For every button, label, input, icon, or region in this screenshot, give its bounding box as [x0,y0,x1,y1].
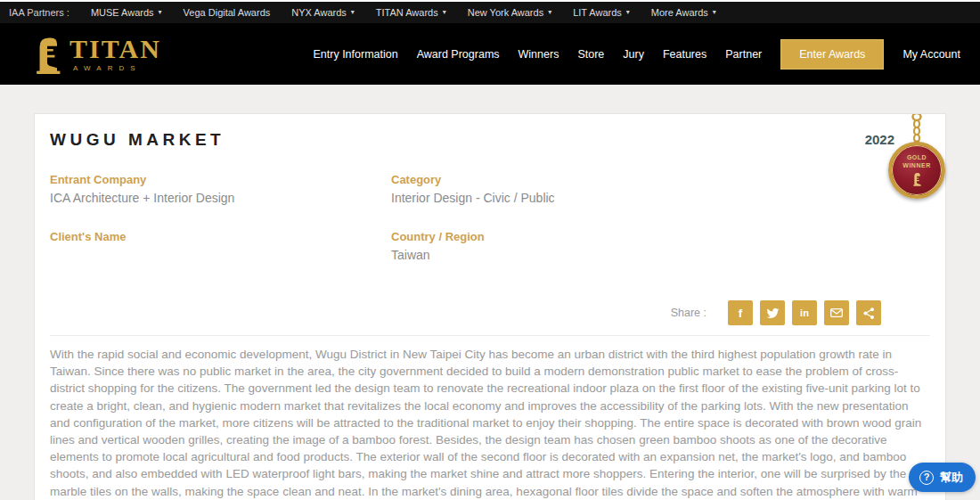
partner-menu-label: New York Awards [468,7,543,18]
field-value: Taiwan [391,248,930,263]
titan-awards-logo[interactable]: TITAN AWARDS [32,35,161,74]
nav-store[interactable]: Store [577,48,604,61]
help-label: 幫助 [940,470,963,486]
partner-menu-muse-awards[interactable]: MUSE Awards ▾ [91,7,162,18]
main-header: TITAN AWARDS Entry Information Award Pro… [0,23,980,85]
nav-features[interactable]: Features [663,48,706,61]
facebook-share-button[interactable]: f [728,300,753,325]
nav-my-account[interactable]: My Account [902,48,960,61]
partner-menu-label: Vega Digital Awards [184,7,271,18]
twitter-share-button[interactable] [760,300,785,325]
partner-menu-more-awards[interactable]: More Awards ▾ [651,7,716,18]
partner-menu-titan-awards[interactable]: TITAN Awards ▾ [376,7,446,18]
share-label: Share : [671,307,706,319]
field-entrant-company: Entrant Company ICA Architecture + Inter… [50,173,391,206]
field-value [50,248,391,263]
nav-jury[interactable]: Jury [623,48,644,61]
partner-menu-vega-digital-awards[interactable]: Vega Digital Awards [184,7,271,18]
field-value: Interior Design - Civic / Public [391,191,930,206]
nav-winners[interactable]: Winners [519,48,559,61]
help-button[interactable]: ? 幫助 [909,463,976,492]
field-country-region: Country / Region Taiwan [391,230,930,263]
chevron-down-icon: ▾ [626,9,630,16]
enter-awards-button[interactable]: Enter Awards [780,39,884,70]
titan-statue-icon [32,35,62,74]
facebook-icon: f [739,307,742,320]
field-category: Category Interior Design - Civic / Publi… [391,173,930,206]
email-icon [829,306,844,320]
chevron-down-icon: ▾ [351,9,355,16]
question-mark-icon: ? [919,471,934,485]
field-label: Entrant Company [50,173,391,186]
field-label: Category [391,173,930,186]
linkedin-share-button[interactable]: in [792,300,817,325]
partner-bar-label: IAA Partners : [9,7,69,18]
chevron-down-icon: ▾ [443,9,446,16]
entry-description: With the rapid social and economic devel… [50,346,930,500]
chevron-down-icon: ▾ [713,9,716,16]
nav-award-programs[interactable]: Award Programs [417,48,500,61]
chevron-down-icon: ▾ [548,9,551,16]
logo-title: TITAN [69,36,161,62]
partner-menu-lit-awards[interactable]: LIT Awards ▾ [573,7,630,18]
entry-fields: Entrant Company ICA Architecture + Inter… [50,173,930,263]
chevron-down-icon: ▾ [159,9,162,16]
main-nav: Entry Information Award Programs Winners… [314,39,961,70]
field-label: Country / Region [391,230,930,243]
logo-subtitle: AWARDS [73,65,161,72]
page-title: WUGU MARKET [50,130,930,150]
partner-menu-label: More Awards [651,7,708,18]
entry-card: WUGU MARKET 2022 GOLD WINNER Entrant Com… [34,113,946,500]
twitter-icon [766,307,780,320]
field-label: Client's Name [50,230,391,243]
medal-text: GOLD WINNER [902,154,930,170]
field-clients-name: Client's Name [50,230,391,263]
partner-bar: IAA Partners : MUSE Awards ▾ Vega Digita… [0,0,980,23]
partner-menu-label: TITAN Awards [376,7,438,18]
nav-entry-information[interactable]: Entry Information [314,48,398,61]
partner-menu-new-york-awards[interactable]: New York Awards ▾ [468,7,551,18]
gold-winner-medal: GOLD WINNER [886,114,948,217]
nav-partner[interactable]: Partner [725,48,762,61]
partner-menu-label: MUSE Awards [91,7,154,18]
share-row: Share : f in [50,300,930,325]
linkedin-icon: in [800,307,809,318]
share-nodes-button[interactable] [856,300,881,325]
partner-menu-label: LIT Awards [573,7,622,18]
section-divider [50,335,930,336]
partner-menu-nyx-awards[interactable]: NYX Awards ▾ [291,7,355,18]
partner-menu-label: NYX Awards [291,7,347,18]
medal-statue-icon [911,172,922,186]
gold-winner-badge: GOLD WINNER [888,142,945,199]
field-value: ICA Architecture + Interior Design [50,191,391,206]
share-nodes-icon [862,307,876,320]
email-share-button[interactable] [824,300,849,325]
